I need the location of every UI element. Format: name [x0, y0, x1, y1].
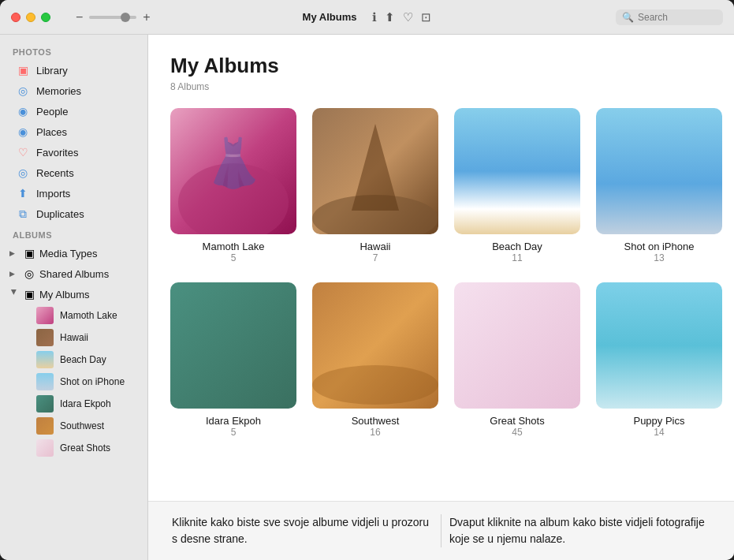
- svg-rect-11: [454, 282, 580, 409]
- sidebar-item-imports[interactable]: ⬆ Imports: [3, 183, 144, 203]
- album-name-shot: Shot on iPhone: [624, 241, 695, 252]
- library-icon: ▣: [16, 63, 30, 77]
- album-thumb-idara: [170, 282, 296, 409]
- favorites-icon: ♡: [16, 145, 30, 159]
- album-thumb-mamoth: 👗: [170, 108, 296, 234]
- zoom-out-button[interactable]: −: [74, 10, 84, 24]
- thumb-idara: [36, 395, 54, 413]
- zoom-slider[interactable]: [89, 16, 136, 19]
- sidebar-sub-idara[interactable]: Idara Ekpoh: [3, 393, 144, 415]
- svg-point-10: [312, 365, 438, 405]
- chevron-icon: ▶: [9, 249, 19, 257]
- album-count-idara: 5: [231, 427, 237, 438]
- sidebar-item-label-library: Library: [36, 65, 68, 77]
- sidebar-group-label-media: Media Types: [39, 248, 97, 259]
- sidebar-item-duplicates[interactable]: ⧉ Duplicates: [3, 203, 144, 224]
- album-count-shot: 13: [654, 252, 664, 263]
- search-input[interactable]: [638, 12, 717, 23]
- sidebar-group-label-shared: Shared Albums: [39, 268, 109, 280]
- sidebar-sub-label-southwest: Southwest: [60, 420, 104, 431]
- imports-icon: ⬆: [16, 186, 30, 200]
- media-types-icon: ▣: [22, 246, 36, 260]
- annotation-left: Kliknite kako biste sve svoje albume vid…: [164, 514, 441, 547]
- sidebar-group-my-albums[interactable]: ▶ ▣ My Albums: [3, 284, 144, 304]
- window-title: My Albums: [303, 11, 357, 23]
- chevron-icon-my: ▶: [10, 289, 18, 299]
- albums-section-label: Albums: [0, 224, 147, 243]
- places-icon: ◉: [16, 125, 30, 139]
- svg-rect-12: [596, 282, 722, 409]
- sidebar-sub-label-mamoth: Mamoth Lake: [60, 310, 117, 321]
- sidebar-group-media-types[interactable]: ▶ ▣ Media Types: [3, 243, 144, 263]
- zoom-in-button[interactable]: +: [141, 10, 151, 24]
- album-item-hawaii[interactable]: Hawaii7: [312, 108, 438, 263]
- sidebar-item-label-places: Places: [36, 126, 67, 138]
- close-button[interactable]: [11, 13, 20, 22]
- album-item-idara[interactable]: Idara Ekpoh5: [170, 282, 296, 438]
- sidebar-sub-mamoth[interactable]: Mamoth Lake: [3, 304, 144, 327]
- photos-section-label: Photos: [0, 41, 147, 60]
- thumb-southwest: [36, 417, 54, 435]
- sidebar-item-library[interactable]: ▣ Library: [3, 60, 144, 80]
- album-item-southwest[interactable]: Southwest16: [312, 282, 438, 438]
- sidebar-item-label-favorites: Favorites: [36, 147, 78, 159]
- sidebar-sub-beach[interactable]: Beach Day: [3, 349, 144, 371]
- sidebar-item-label-duplicates: Duplicates: [36, 208, 84, 220]
- album-item-puppy[interactable]: Puppy Pics14: [596, 282, 722, 438]
- zoom-controls: − +: [74, 10, 152, 24]
- album-item-shot[interactable]: Shot on iPhone13: [596, 108, 722, 263]
- album-item-mamoth[interactable]: 👗Mamoth Lake5: [170, 108, 296, 263]
- sidebar-item-places[interactable]: ◉ Places: [3, 121, 144, 142]
- memories-icon: ◎: [16, 84, 30, 98]
- sidebar-sub-southwest[interactable]: Southwest: [3, 415, 144, 437]
- album-item-beach[interactable]: Beach Day11: [454, 108, 580, 263]
- album-name-southwest: Southwest: [352, 415, 400, 427]
- sidebar: Photos ▣ Library ◎ Memories ◉ People ◉ P…: [0, 35, 148, 560]
- sidebar-sub-hawaii[interactable]: Hawaii: [3, 327, 144, 349]
- crop-icon[interactable]: ⊡: [421, 10, 431, 24]
- maximize-button[interactable]: [41, 13, 50, 22]
- titlebar-center: My Albums ℹ ⬆ ♡ ⊡: [303, 10, 432, 24]
- sidebar-item-label-imports: Imports: [36, 188, 70, 200]
- sidebar-group-shared-albums[interactable]: ▶ ◎ Shared Albums: [3, 263, 144, 284]
- my-albums-icon: ▣: [22, 287, 36, 301]
- sidebar-item-people[interactable]: ◉ People: [3, 101, 144, 121]
- zoom-slider-thumb: [121, 13, 130, 22]
- search-icon: 🔍: [622, 12, 634, 23]
- albums-grid: 👗Mamoth Lake5Hawaii7Beach Day11Shot on i…: [170, 108, 712, 438]
- sidebar-item-memories[interactable]: ◎ Memories: [3, 80, 144, 101]
- share-icon[interactable]: ⬆: [385, 10, 395, 24]
- sidebar-item-favorites[interactable]: ♡ Favorites: [3, 142, 144, 162]
- annotation-right: Dvaput kliknite na album kako biste vidj…: [442, 514, 718, 547]
- sidebar-sub-label-hawaii: Hawaii: [60, 332, 88, 343]
- album-count-southwest: 16: [370, 427, 380, 438]
- sidebar-sub-label-shot: Shot on iPhone: [60, 376, 125, 387]
- album-thumb-hawaii: [312, 108, 438, 234]
- search-box[interactable]: 🔍: [616, 9, 723, 25]
- album-name-idara: Idara Ekpoh: [206, 415, 261, 427]
- minimize-button[interactable]: [26, 13, 35, 22]
- thumb-hawaii: [36, 329, 54, 346]
- album-count-puppy: 14: [654, 427, 664, 438]
- info-icon[interactable]: ℹ: [372, 10, 377, 24]
- album-count-hawaii: 7: [373, 252, 378, 263]
- svg-rect-7: [596, 108, 722, 234]
- album-item-great[interactable]: Great Shots45: [454, 282, 580, 438]
- sidebar-item-label-memories: Memories: [36, 85, 81, 97]
- heart-icon[interactable]: ♡: [403, 10, 413, 24]
- sidebar-sub-shot[interactable]: Shot on iPhone: [3, 371, 144, 393]
- app-window: − + My Albums ℹ ⬆ ♡ ⊡ 🔍 Photos ▣: [0, 0, 734, 560]
- album-thumb-southwest: [312, 282, 438, 409]
- album-count-great: 45: [512, 427, 522, 438]
- sidebar-group-label-my: My Albums: [39, 289, 90, 301]
- album-thumb-beach: [454, 108, 580, 234]
- sidebar-item-recents[interactable]: ◎ Recents: [3, 162, 144, 183]
- sidebar-sub-label-beach: Beach Day: [60, 354, 106, 365]
- thumb-mamoth: [36, 307, 54, 324]
- albums-count: 8 Albums: [170, 81, 712, 92]
- sidebar-sub-label-idara: Idara Ekpoh: [60, 398, 111, 409]
- album-name-puppy: Puppy Pics: [633, 415, 684, 427]
- page-title: My Albums: [170, 54, 712, 78]
- sidebar-sub-great[interactable]: Great Shots: [3, 437, 144, 459]
- thumb-great: [36, 439, 54, 457]
